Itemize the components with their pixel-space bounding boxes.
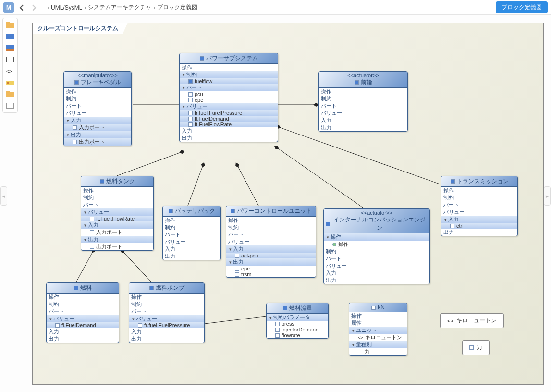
compartment-con[interactable]: 制約: [441, 194, 517, 201]
app-logo[interactable]: M: [3, 2, 14, 13]
compartment-con[interactable]: 制約: [163, 224, 220, 231]
compartment-part[interactable]: ▾パート: [180, 84, 278, 91]
tool-rect-icon[interactable]: [4, 55, 16, 64]
compartment-part[interactable]: パート: [129, 308, 204, 315]
breadcrumb-item[interactable]: ブロック定義図: [157, 3, 197, 12]
compartment-op[interactable]: ▾操作: [324, 233, 429, 241]
param-item[interactable]: press: [267, 321, 328, 327]
compartment-val[interactable]: バリュー: [324, 262, 429, 270]
compartment-in[interactable]: ▾入力: [64, 117, 131, 124]
tool-value-icon[interactable]: [4, 78, 16, 87]
compartment-op[interactable]: 操作: [180, 64, 278, 71]
compartment-con[interactable]: 制約: [319, 95, 407, 102]
compartment-out[interactable]: ▾出力: [226, 258, 316, 266]
compartment-attr[interactable]: 属性: [349, 319, 407, 327]
param-item[interactable]: flowrate: [267, 332, 328, 338]
compartment-in[interactable]: ▾入力: [226, 245, 316, 253]
port-item[interactable]: 入力ポート: [81, 229, 153, 236]
compartment-out[interactable]: ▾出力: [64, 131, 131, 138]
compartment-out[interactable]: 出力: [441, 229, 517, 236]
compartment-part[interactable]: パート: [64, 102, 131, 110]
compartment-val[interactable]: バリュー: [163, 238, 220, 245]
compartment-in[interactable]: 入力: [129, 328, 204, 335]
port-item[interactable]: ctrl: [441, 223, 517, 229]
compartment-part[interactable]: パート: [163, 231, 220, 238]
compartment-in[interactable]: 入力: [180, 127, 278, 135]
compartment-val[interactable]: バリュー: [441, 208, 517, 216]
chip-kilonewton[interactable]: <> キロニュートン: [440, 313, 504, 328]
compartment-val[interactable]: ▾バリュー: [129, 315, 204, 322]
compartment-val[interactable]: ▾バリュー: [47, 315, 119, 322]
compartment-in[interactable]: 入力: [319, 117, 407, 124]
param-item[interactable]: injectorDemand: [267, 327, 328, 332]
chip-force[interactable]: 力: [462, 340, 490, 355]
forward-button[interactable]: [29, 3, 39, 12]
compartment-part[interactable]: パート: [47, 308, 119, 315]
compartment-unit[interactable]: ▾ユニット: [349, 327, 407, 334]
compartment-con[interactable]: 制約: [226, 224, 316, 231]
compartment-in[interactable]: 入力: [324, 270, 429, 277]
compartment-con[interactable]: 制約: [324, 248, 429, 255]
compartment-part[interactable]: パート: [441, 201, 517, 208]
block-fuel-flow-rate[interactable]: 燃料流量 ▾制約パラメータ press injectorDemand flowr…: [266, 303, 329, 339]
value-item[interactable]: ft.Fuel.FlowRate: [81, 216, 153, 221]
block-fuel[interactable]: 燃料 操作 制約 パート ▾バリュー fl.FuelDemand 入力 出力: [46, 282, 119, 343]
compartment-out[interactable]: 出力: [180, 135, 278, 142]
tool-block-split-icon[interactable]: [4, 43, 16, 53]
qty-item[interactable]: 力: [349, 348, 407, 355]
block-fuel-tank[interactable]: 燃料タンク 操作 制約 パート ▾バリュー ft.Fuel.FlowRate ▾…: [81, 176, 154, 251]
compartment-con[interactable]: 制約: [129, 301, 204, 308]
block-power-control-unit[interactable]: パワーコントロールユニット 操作 制約 パート バリュー ▾入力 acl-pcu…: [226, 206, 316, 278]
compartment-con[interactable]: 制約: [64, 95, 131, 102]
compartment-op[interactable]: 操作: [129, 294, 204, 301]
back-button[interactable]: [17, 3, 26, 12]
compartment-part[interactable]: パート: [324, 255, 429, 262]
constraint-item[interactable]: fuelflow: [180, 78, 278, 84]
compartment-out[interactable]: ▾出力: [81, 236, 153, 243]
compartment-op[interactable]: 操作: [64, 88, 131, 95]
block-kn-unit[interactable]: kN 操作 属性 ▾ユニット <>キロニュートン ▾量種別 力: [349, 303, 407, 356]
compartment-op[interactable]: 操作: [47, 294, 119, 301]
compartment-op[interactable]: 操作: [81, 187, 153, 194]
tool-folder2-icon[interactable]: [4, 89, 16, 99]
port-item[interactable]: 入力ポート: [64, 124, 131, 131]
block-front-wheel[interactable]: <<actuator>> 前輪 操作 制約 パート バリュー 入力 出力: [318, 71, 408, 132]
block-transmission[interactable]: トランスミッション 操作 制約 パート バリュー ▾入力 ctrl 出力: [441, 176, 518, 236]
block-power-subsystem[interactable]: パワーサブシステム 操作 ▾制約 fuelflow ▾パート pcu epc ▾…: [179, 53, 278, 142]
compartment-con[interactable]: ▾制約: [180, 71, 278, 78]
compartment-part[interactable]: パート: [226, 231, 316, 238]
value-item[interactable]: fr.fuel.FuelPressure: [129, 322, 204, 328]
compartment-in[interactable]: ▾入力: [441, 216, 517, 223]
compartment-in[interactable]: 入力: [163, 245, 220, 253]
tool-empty-icon[interactable]: [4, 101, 16, 110]
compartment-out[interactable]: 出力: [319, 124, 407, 131]
tool-code-icon[interactable]: <>: [4, 66, 16, 76]
compartment-out[interactable]: 出力: [324, 277, 429, 284]
port-item[interactable]: trsm: [226, 271, 316, 277]
tool-folder-icon[interactable]: [4, 20, 16, 30]
left-drawer-handle[interactable]: ◄: [0, 186, 7, 206]
compartment-val[interactable]: ▾バリュー: [81, 208, 153, 216]
compartment-val[interactable]: バリュー: [64, 110, 131, 117]
value-item[interactable]: fl.FuelDemand: [180, 116, 278, 122]
block-internal-combustion-engine[interactable]: <<actuator>> インターナルコンバッションエンジン ▾操作 操作 制約…: [323, 208, 430, 284]
compartment-op[interactable]: 操作: [441, 187, 517, 194]
port-item[interactable]: 出力ポート: [64, 138, 131, 146]
diagram-type-button[interactable]: ブロック定義図: [496, 1, 548, 13]
compartment-in[interactable]: ▾入力: [81, 221, 153, 229]
compartment-val[interactable]: ▾バリュー: [180, 103, 278, 110]
part-item[interactable]: epc: [180, 97, 278, 103]
block-brake-pedal[interactable]: <<manipulator>> ブレーキペダル 操作 制約 パート バリュー ▾…: [63, 71, 132, 146]
block-battery-pack[interactable]: バッテリパック 操作 制約 パート バリュー 入力 出力: [162, 206, 221, 260]
compartment-part[interactable]: パート: [319, 102, 407, 110]
compartment-val[interactable]: バリュー: [226, 238, 316, 245]
compartment-in[interactable]: 入力: [47, 328, 119, 335]
breadcrumb-item[interactable]: システムアーキテクチャ: [88, 3, 151, 12]
compartment-val[interactable]: バリュー: [319, 110, 407, 117]
unit-item[interactable]: <>キロニュートン: [349, 334, 407, 341]
compartment-op[interactable]: 操作: [226, 217, 316, 224]
compartment-op[interactable]: 操作: [319, 88, 407, 95]
value-item[interactable]: ft.FuelFlowRate: [180, 122, 278, 127]
compartment-op[interactable]: 操作: [163, 217, 220, 224]
compartment-op[interactable]: 操作: [349, 312, 407, 319]
